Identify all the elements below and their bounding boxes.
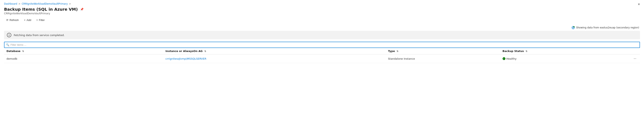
cell-type: Standalone Instance (386, 54, 500, 63)
col-header-type[interactable]: Type ⇅ (386, 48, 500, 54)
toolbar: ⟳ Refresh + Add ▿ Filter (4, 17, 640, 23)
globe-icon: ✓ (572, 26, 575, 29)
cell-instance[interactable]: crrignitesqlvmp\MSSQLSERVER (163, 54, 386, 63)
info-icon: i (7, 33, 11, 37)
backup-items-table: Database ⇅ Instance or AlwaysOn AG ⇅ Typ… (4, 48, 640, 63)
breadcrumb-sep-1: > (18, 2, 20, 5)
add-label: Add (26, 18, 31, 22)
secondary-region-banner: ✓ Showing data from eastus2euap (seconda… (4, 26, 640, 29)
info-message: Fetching data from service completed. (14, 34, 64, 37)
more-actions-button[interactable]: ··· (632, 56, 638, 61)
sort-icon-status: ⇅ (526, 50, 528, 53)
filter-icon: ▿ (36, 18, 38, 22)
cell-database: demodb (4, 54, 163, 63)
secondary-region-text: Showing data from eastus2euap (secondary… (576, 26, 639, 29)
filter-button[interactable]: ▿ Filter (34, 17, 47, 23)
page-header: Backup Items (SQL in Azure VM) 📌 (4, 7, 640, 12)
breadcrumb-dashboard[interactable]: Dashboard (4, 2, 17, 5)
filter-input[interactable] (10, 42, 638, 48)
pin-icon[interactable]: 📌 (80, 8, 84, 11)
status-healthy: Healthy (502, 57, 612, 60)
refresh-icon: ⟳ (6, 18, 8, 22)
table-header-row: Database ⇅ Instance or AlwaysOn AG ⇅ Typ… (4, 48, 640, 54)
breadcrumb-sep-2: > (69, 2, 71, 5)
add-icon: + (24, 18, 26, 22)
svg-text:✓: ✓ (574, 26, 574, 28)
col-header-status[interactable]: Backup Status ⇅ (500, 48, 615, 54)
breadcrumb-vault[interactable]: CRRIgniteWorkloadDemoVaultPrimary (22, 2, 68, 5)
status-text: Healthy (506, 57, 516, 60)
table-row: demodbcrrignitesqlvmp\MSSQLSERVERStandal… (4, 54, 640, 63)
instance-link[interactable]: crrignitesqlvmp\MSSQLSERVER (166, 57, 206, 60)
add-button[interactable]: + Add (22, 17, 34, 23)
filter-input-container: 🔍 (4, 42, 640, 48)
cell-status: Healthy (500, 54, 615, 63)
healthy-icon (502, 57, 506, 60)
sort-icon-type: ⇅ (396, 50, 398, 53)
col-header-instance[interactable]: Instance or AlwaysOn AG ⇅ (163, 48, 386, 54)
table-container: Database ⇅ Instance or AlwaysOn AG ⇅ Typ… (4, 48, 640, 63)
page-title: Backup Items (SQL in Azure VM) (4, 7, 78, 12)
col-header-database[interactable]: Database ⇅ (4, 48, 163, 54)
refresh-button[interactable]: ⟳ Refresh (4, 17, 21, 23)
info-bar: i Fetching data from service completed. (4, 31, 640, 39)
close-button[interactable]: × (638, 2, 640, 6)
search-icon: 🔍 (6, 43, 9, 46)
sort-icon-instance: ⇅ (204, 50, 206, 53)
filter-label: Filter (39, 18, 45, 22)
col-header-actions (614, 48, 640, 54)
refresh-label: Refresh (10, 18, 19, 22)
main-container: Dashboard > CRRIgniteWorkloadDemoVaultPr… (0, 0, 644, 63)
vault-name: CRRIgniteWorkloadDemoVaultPrimary (4, 12, 640, 15)
breadcrumb: Dashboard > CRRIgniteWorkloadDemoVaultPr… (4, 2, 640, 5)
sort-icon-database: ⇅ (22, 50, 24, 53)
cell-actions[interactable]: ··· (614, 54, 640, 63)
